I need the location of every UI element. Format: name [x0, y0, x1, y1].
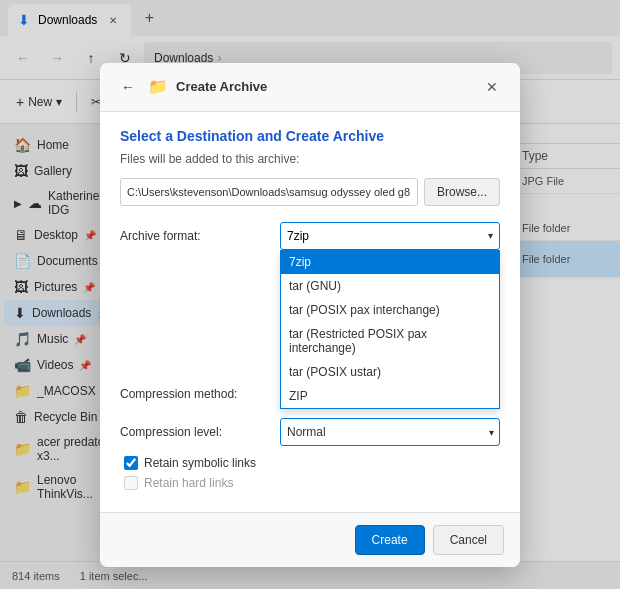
modal-title: Create Archive — [176, 79, 267, 94]
archive-format-row: Archive format: 7zip ▾ 7zip tar (GNU) ta… — [120, 222, 500, 250]
modal-footer: Create Cancel — [100, 512, 520, 567]
dropdown-option-zip[interactable]: ZIP — [281, 384, 499, 408]
modal-header: ← 📁 Create Archive ✕ — [100, 63, 520, 112]
modal-overlay: ← 📁 Create Archive ✕ Select a Destinatio… — [0, 0, 620, 589]
retain-symlinks-checkbox[interactable] — [124, 456, 138, 470]
modal-back-button[interactable]: ← — [116, 75, 140, 99]
dropdown-option-7zip[interactable]: 7zip — [281, 250, 499, 274]
modal-folder-icon: 📁 — [148, 77, 168, 96]
retain-hardlinks-label: Retain hard links — [144, 476, 233, 490]
compression-method-label: Compression method: — [120, 387, 280, 401]
cancel-button[interactable]: Cancel — [433, 525, 504, 555]
create-archive-modal: ← 📁 Create Archive ✕ Select a Destinatio… — [100, 63, 520, 567]
browse-button[interactable]: Browse... — [424, 178, 500, 206]
archive-format-value: 7zip — [287, 229, 488, 243]
retain-symlinks-label: Retain symbolic links — [144, 456, 256, 470]
archive-format-select-wrapper: 7zip ▾ 7zip tar (GNU) tar (POSIX pax int… — [280, 222, 500, 250]
compression-level-select-wrapper: Normal ▾ — [280, 418, 500, 446]
dropdown-option-tar-restricted[interactable]: tar (Restricted POSIX pax interchange) — [281, 322, 499, 360]
dropdown-option-tar-ustar[interactable]: tar (POSIX ustar) — [281, 360, 499, 384]
modal-section-title: Select a Destination and Create Archive — [120, 128, 500, 144]
compression-level-select[interactable]: Normal — [280, 418, 500, 446]
modal-close-button[interactable]: ✕ — [480, 75, 504, 99]
path-input[interactable] — [120, 178, 418, 206]
create-button[interactable]: Create — [355, 525, 425, 555]
dropdown-arrow-icon: ▾ — [488, 230, 493, 241]
retain-symlinks-row: Retain symbolic links — [120, 456, 500, 470]
modal-body: Select a Destination and Create Archive … — [100, 112, 520, 512]
retain-hardlinks-row: Retain hard links — [120, 476, 500, 490]
dropdown-option-tar-posix[interactable]: tar (POSIX pax interchange) — [281, 298, 499, 322]
archive-format-display[interactable]: 7zip ▾ — [280, 222, 500, 250]
archive-format-label: Archive format: — [120, 229, 280, 243]
modal-description: Files will be added to this archive: — [120, 152, 500, 166]
archive-format-dropdown: 7zip tar (GNU) tar (POSIX pax interchang… — [280, 250, 500, 409]
dropdown-option-tar-gnu[interactable]: tar (GNU) — [281, 274, 499, 298]
compression-level-row: Compression level: Normal ▾ — [120, 418, 500, 446]
retain-hardlinks-checkbox[interactable] — [124, 476, 138, 490]
compression-level-label: Compression level: — [120, 425, 280, 439]
path-row: Browse... — [120, 178, 500, 206]
